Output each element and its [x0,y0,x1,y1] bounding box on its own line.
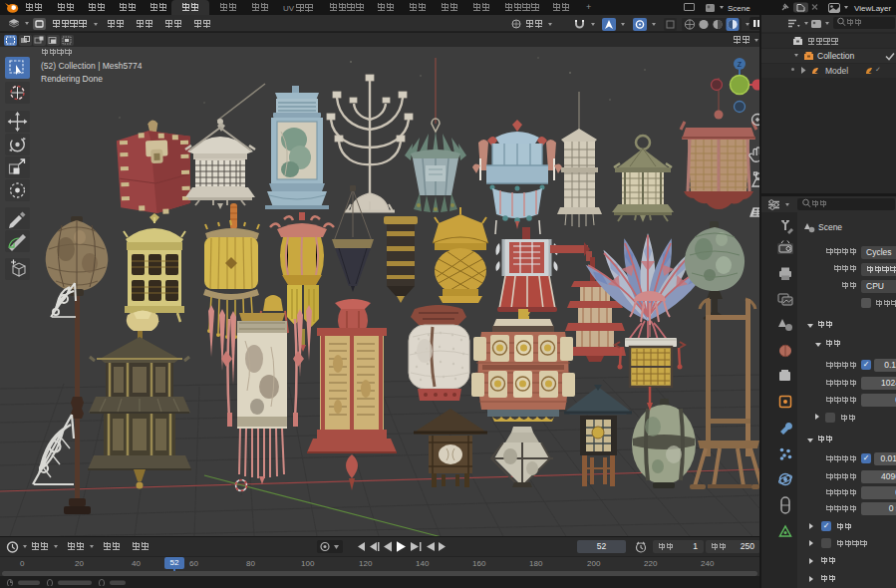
svg-text:Z: Z [738,61,743,68]
